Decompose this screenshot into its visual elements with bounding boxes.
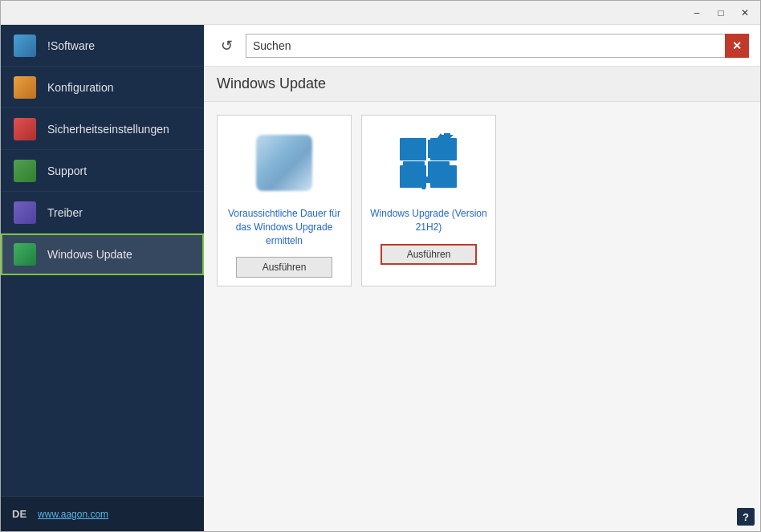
title-bar: – □ ✕: [1, 1, 760, 25]
card-upgrade-estimate: Voraussichtliche Dauer für das Windows U…: [217, 115, 352, 286]
win-upgrade-icon: [397, 133, 461, 193]
help-button[interactable]: ?: [737, 508, 755, 526]
sidebar-item-label-winupdate: Windows Update: [47, 248, 132, 261]
sidebar-item-label-konfiguration: Konfiguration: [47, 81, 114, 94]
sicherheit-icon: [12, 116, 38, 142]
svg-rect-9: [428, 161, 450, 180]
language-label: DE: [12, 508, 26, 520]
svg-rect-7: [428, 140, 450, 158]
sidebar-item-treiber[interactable]: Treiber: [1, 192, 204, 234]
sidebar: !Software Konfiguration Sicherheitseinst…: [1, 25, 204, 531]
upgrade-estimate-icon: [256, 135, 312, 191]
winupdate-icon: [12, 242, 38, 267]
konfiguration-icon: [12, 75, 38, 100]
close-button[interactable]: ✕: [733, 4, 757, 22]
main-content: ↺ ✕ Windows Update Voraussichtliche Daue…: [204, 25, 760, 531]
website-link[interactable]: www.aagon.com: [38, 509, 108, 520]
sidebar-item-support[interactable]: Support: [1, 150, 204, 192]
page-header: Windows Update: [204, 67, 760, 102]
app-window: – □ ✕ !Software Konfiguration: [0, 0, 761, 532]
sidebar-item-windows-update[interactable]: Windows Update: [1, 234, 204, 275]
app-body: !Software Konfiguration Sicherheitseinst…: [1, 25, 760, 531]
sidebar-item-sicherheitseinstellungen[interactable]: Sicherheitseinstellungen: [1, 108, 204, 150]
sidebar-items: !Software Konfiguration Sicherheitseinst…: [1, 25, 204, 496]
maximize-button[interactable]: □: [709, 4, 733, 22]
sidebar-item-label-treiber: Treiber: [47, 206, 83, 219]
upgrade-estimate-icon-area: [244, 127, 324, 199]
svg-rect-8: [403, 161, 425, 180]
windows-upgrade-icon-area: [389, 127, 469, 199]
search-input-wrap: ✕: [246, 34, 749, 58]
cards-area: Voraussichtliche Dauer für das Windows U…: [204, 102, 760, 531]
search-bar: ↺ ✕: [204, 25, 760, 67]
card-windows-upgrade-button[interactable]: Ausführen: [380, 244, 477, 265]
card-windows-upgrade: Windows Upgrade (Version 21H2) Ausführen: [361, 115, 496, 286]
sidebar-item-label-isoftware: !Software: [47, 39, 95, 52]
sidebar-item-label-sicherheit: Sicherheitseinstellungen: [47, 123, 169, 136]
card-upgrade-estimate-button[interactable]: Ausführen: [236, 257, 332, 278]
search-clear-button[interactable]: ✕: [725, 34, 749, 58]
card-windows-upgrade-label: Windows Upgrade (Version 21H2): [370, 207, 487, 234]
sidebar-item-konfiguration[interactable]: Konfiguration: [1, 67, 204, 108]
sidebar-item-label-support: Support: [47, 164, 87, 177]
support-icon: [12, 158, 38, 184]
refresh-button[interactable]: ↺: [215, 35, 238, 57]
card-upgrade-estimate-label: Voraussichtliche Dauer für das Windows U…: [226, 207, 343, 247]
minimize-button[interactable]: –: [685, 4, 709, 22]
sidebar-item-isoftware[interactable]: !Software: [1, 25, 204, 67]
sidebar-footer: DE www.aagon.com: [1, 496, 204, 531]
treiber-icon: [12, 200, 38, 225]
isoftware-icon: [12, 33, 38, 59]
svg-rect-6: [403, 140, 425, 158]
search-input[interactable]: [246, 34, 749, 58]
page-title: Windows Update: [217, 75, 326, 92]
